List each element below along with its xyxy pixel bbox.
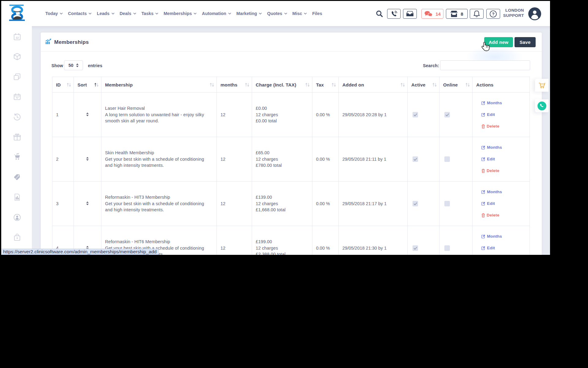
svg-text:12: 12: [16, 36, 19, 39]
svg-text:?: ?: [492, 12, 494, 16]
